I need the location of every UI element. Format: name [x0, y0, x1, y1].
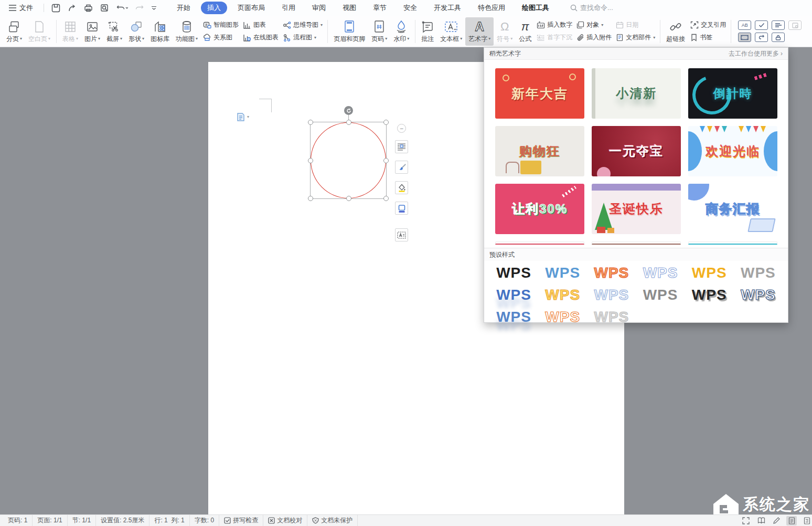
page-break-button[interactable]: 分页▾ — [3, 17, 25, 46]
reset-control-button[interactable] — [755, 33, 768, 42]
page-number-button[interactable]: 页码▾ — [368, 17, 390, 46]
preset-style-11[interactable]: WPS — [685, 284, 734, 306]
wordart-template-countdown[interactable]: 倒計時 — [688, 68, 777, 119]
resize-handle-w[interactable] — [308, 158, 313, 163]
print-preview-button[interactable] — [100, 4, 109, 13]
wordart-template-business[interactable]: 商务汇报 — [688, 184, 777, 234]
preset-style-14[interactable]: WPS — [538, 306, 587, 328]
spell-check-button[interactable]: 拼写检查 — [219, 515, 263, 526]
preset-style-6[interactable]: WPS — [734, 262, 783, 284]
wordart-template-newyear[interactable]: 新年大吉 — [495, 68, 584, 119]
tab-drawing-tools[interactable]: 绘图工具 — [516, 2, 555, 14]
redo-button[interactable] — [135, 4, 144, 12]
resize-handle-sw[interactable] — [308, 196, 313, 201]
resize-handle-e[interactable] — [383, 158, 389, 163]
preset-style-15[interactable]: WPS — [587, 306, 636, 328]
resize-handle-n[interactable] — [346, 120, 351, 125]
online-chart-button[interactable]: 在线图表 — [243, 33, 279, 43]
fullscreen-button[interactable] — [741, 516, 751, 525]
preset-style-9[interactable]: WPS — [587, 284, 636, 306]
tab-home[interactable]: 开始 — [170, 2, 197, 14]
insert-number-button[interactable]: 插入数字 — [537, 20, 572, 30]
cross-reference-button[interactable]: 交叉引用 — [690, 20, 726, 30]
tab-page-layout[interactable]: 页面布局 — [231, 2, 271, 14]
tab-references[interactable]: 引用 — [275, 2, 302, 14]
rotate-handle[interactable] — [344, 106, 353, 115]
watermark-button[interactable]: 水印▾ — [390, 17, 412, 46]
resize-handle-ne[interactable] — [383, 120, 389, 125]
relation-diagram-button[interactable]: 关系图 — [203, 33, 239, 43]
preset-style-8[interactable]: WPS — [538, 284, 587, 306]
outline-color-button[interactable] — [395, 202, 408, 215]
resize-handle-nw[interactable] — [308, 120, 313, 125]
edit-mode-button[interactable] — [771, 516, 782, 525]
page-view-button[interactable] — [786, 516, 797, 525]
comment-button[interactable]: 批注 — [418, 17, 437, 46]
hyperlink-button[interactable]: 超链接 — [663, 17, 688, 46]
text-wrap-button[interactable] — [395, 228, 408, 241]
wordart-template-fresh[interactable]: 小清新 — [592, 68, 681, 119]
resize-handle-s[interactable] — [346, 196, 351, 201]
mind-map-button[interactable]: 思维导图▾ — [283, 20, 323, 30]
lock-control-button[interactable] — [772, 33, 785, 42]
word-art-button[interactable]: A 艺术字▾ — [465, 17, 494, 46]
tab-security[interactable]: 安全 — [397, 2, 423, 14]
preset-style-5[interactable]: WPS — [685, 262, 734, 284]
print-button[interactable] — [84, 4, 93, 13]
bookmark-button[interactable]: 书签 — [690, 33, 726, 43]
proofread-button[interactable]: 文档校对 — [263, 515, 307, 526]
tab-special-features[interactable]: 特色应用 — [472, 2, 511, 14]
screenshot-button[interactable]: 截屏▾ — [103, 17, 125, 46]
attachment-button[interactable]: 插入附件 — [576, 33, 612, 43]
wordart-template-treasure[interactable]: 一元夺宝 — [592, 126, 681, 176]
red-circle-shape[interactable] — [311, 122, 386, 198]
status-word-count[interactable]: 字数: 0 — [190, 515, 219, 526]
icon-library-button[interactable]: 图标库 — [147, 17, 173, 46]
export-button[interactable] — [68, 4, 77, 13]
preset-style-12[interactable]: WPS — [734, 284, 783, 306]
frame-control-button[interactable] — [738, 33, 751, 42]
symbol-button[interactable]: Ω 符号▾ — [494, 17, 516, 46]
shape-selection-box[interactable] — [310, 122, 387, 199]
blank-page-button[interactable]: 空白页▾ — [25, 17, 54, 46]
command-search[interactable]: 查找命令... — [570, 3, 613, 13]
layout-options-button[interactable] — [395, 140, 408, 153]
object-button[interactable]: 对象▾ — [576, 20, 612, 30]
preset-style-7[interactable]: WPS — [489, 284, 538, 306]
collapse-toolbar-button[interactable]: − — [397, 124, 406, 133]
preset-style-4[interactable]: WPS — [636, 262, 685, 284]
wordart-template-discount[interactable]: 让利30% — [495, 184, 584, 234]
preset-style-3[interactable]: WPS — [587, 262, 636, 284]
text-field-control-button[interactable]: AB — [738, 20, 751, 30]
table-button[interactable]: 表格▾ — [59, 17, 81, 46]
picture-button[interactable]: 图片▾ — [81, 17, 103, 46]
file-menu-button[interactable]: 文件 — [5, 3, 36, 13]
chart-button[interactable]: 图表 — [243, 20, 279, 30]
header-footer-button[interactable]: 页眉和页脚 — [330, 17, 368, 46]
wordart-template-partial[interactable] — [688, 241, 777, 245]
undo-button[interactable] — [116, 4, 128, 12]
paste-options-button[interactable]: ▾ — [236, 112, 249, 122]
save-button[interactable] — [51, 4, 60, 13]
fill-color-button[interactable] — [395, 181, 408, 194]
checkbox-control-button[interactable] — [755, 20, 768, 30]
combo-control-button[interactable] — [772, 20, 785, 30]
preset-style-1[interactable]: WPS — [489, 262, 538, 284]
outline-view-button[interactable] — [802, 516, 812, 525]
preset-style-10[interactable]: WPS — [636, 284, 685, 306]
wordart-template-christmas[interactable]: 圣诞快乐 — [592, 184, 681, 234]
tab-review[interactable]: 审阅 — [306, 2, 332, 14]
date-button[interactable]: 日期 — [616, 20, 655, 30]
tab-insert[interactable]: 插入 — [201, 2, 227, 14]
protection-status-button[interactable]: 文档未保护 — [307, 515, 358, 526]
wordart-template-welcome[interactable]: 欢迎光临 — [688, 126, 777, 176]
wordart-template-partial[interactable] — [592, 241, 681, 245]
resize-handle-se[interactable] — [383, 196, 389, 201]
preset-style-13[interactable]: WPS — [489, 306, 538, 328]
tab-developer[interactable]: 开发工具 — [428, 2, 467, 14]
shapes-button[interactable]: 形状▾ — [125, 17, 147, 46]
flowchart-button[interactable]: 流程图▾ — [283, 33, 323, 43]
wordart-template-partial[interactable] — [495, 241, 584, 245]
text-box-button[interactable]: 文本框▾ — [437, 17, 465, 46]
more-link[interactable]: 去工作台使用更多› — [729, 49, 783, 58]
